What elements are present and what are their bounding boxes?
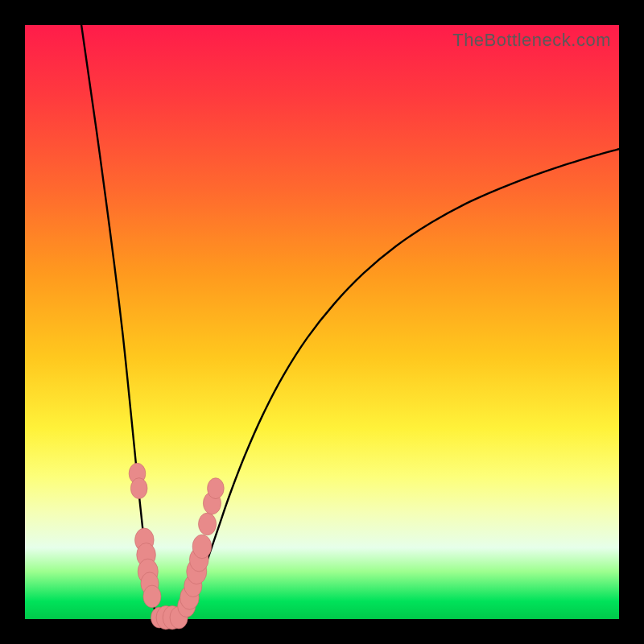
bottleneck-curve: [81, 25, 619, 620]
plot-area: TheBottleneck.com: [25, 25, 619, 619]
chart-frame: TheBottleneck.com: [0, 0, 644, 644]
data-marker: [143, 585, 161, 608]
chart-svg: [25, 25, 619, 619]
data-marker: [192, 535, 212, 559]
data-marker: [208, 478, 225, 499]
data-marker: [198, 513, 216, 535]
data-marker: [130, 478, 147, 499]
